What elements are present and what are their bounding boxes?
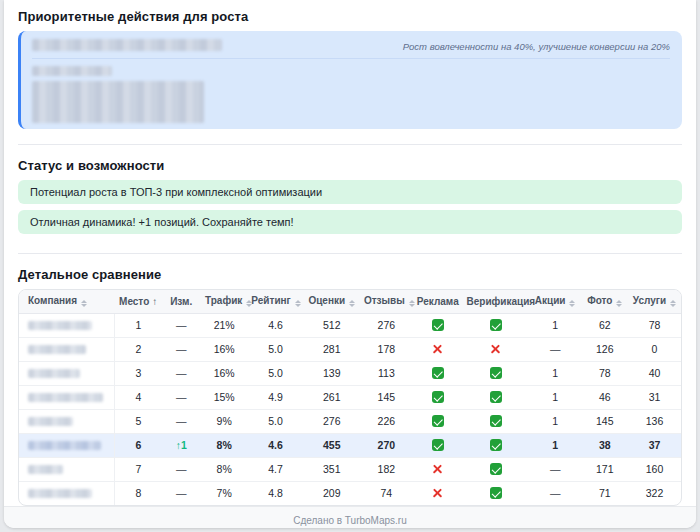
cell-place: 6 bbox=[115, 433, 161, 457]
cell-rating: 5.0 bbox=[247, 409, 303, 433]
cell-change: — bbox=[161, 457, 201, 481]
cell-ads bbox=[413, 409, 463, 433]
cell-reviews: 178 bbox=[360, 337, 413, 361]
cross-icon bbox=[432, 464, 443, 475]
redacted-company-name bbox=[28, 465, 63, 474]
cell-photos: 126 bbox=[582, 337, 628, 361]
redacted-company-name bbox=[28, 417, 73, 426]
report-content: Приоритетные действия для роста Рост вов… bbox=[4, 0, 696, 506]
column-header-ads: Реклама bbox=[413, 290, 463, 313]
cell-verification bbox=[462, 361, 528, 385]
column-header-promos[interactable]: Акции bbox=[529, 290, 582, 313]
cell-place: 2 bbox=[115, 337, 161, 361]
column-header-company[interactable]: Компания bbox=[19, 290, 115, 313]
table-row: 1—21%4.651227616278 bbox=[19, 313, 681, 337]
column-header-change: Изм. bbox=[161, 290, 201, 313]
cell-company bbox=[19, 337, 115, 361]
cell-change: — bbox=[161, 361, 201, 385]
comparison-table: КомпанияМесто↑Изм.ТрафикРейтингОценкиОтз… bbox=[19, 290, 681, 505]
cell-promos: 1 bbox=[529, 409, 582, 433]
sort-carets-icon bbox=[295, 300, 301, 307]
table-row: 6↑18%4.645527013837 bbox=[19, 433, 681, 457]
column-header-place[interactable]: Место↑ bbox=[115, 290, 161, 313]
column-header-traffic[interactable]: Трафик bbox=[201, 290, 247, 313]
check-icon bbox=[432, 439, 444, 451]
cell-photos: 78 bbox=[582, 361, 628, 385]
cell-reviews: 226 bbox=[360, 409, 413, 433]
cell-company bbox=[19, 457, 115, 481]
column-header-rating[interactable]: Рейтинг bbox=[247, 290, 303, 313]
sort-carets-icon bbox=[349, 300, 355, 307]
column-header-reviews[interactable]: Отзывы bbox=[360, 290, 413, 313]
check-icon bbox=[490, 367, 502, 379]
cell-photos: 171 bbox=[582, 457, 628, 481]
check-icon bbox=[432, 319, 444, 331]
check-icon bbox=[490, 463, 502, 475]
cell-marks: 455 bbox=[304, 433, 360, 457]
cell-services: 31 bbox=[628, 385, 681, 409]
cell-rating: 4.6 bbox=[247, 313, 303, 337]
column-header-services[interactable]: Услуги bbox=[628, 290, 681, 313]
cell-place: 1 bbox=[115, 313, 161, 337]
cell-promos: 1 bbox=[529, 313, 582, 337]
column-header-photos[interactable]: Фото bbox=[582, 290, 628, 313]
cell-ads bbox=[413, 337, 463, 361]
made-in-label: Сделано в TurboMaps.ru bbox=[293, 515, 407, 526]
cell-traffic: 16% bbox=[201, 361, 247, 385]
report-footer: Сделано в TurboMaps.ru bbox=[4, 506, 696, 528]
column-header-marks[interactable]: Оценки bbox=[304, 290, 360, 313]
redacted-company-name bbox=[28, 489, 92, 498]
cell-change: — bbox=[161, 481, 201, 505]
cell-photos: 46 bbox=[582, 385, 628, 409]
recommendation-effect-note: Рост вовлеченности на 40%, улучшение кон… bbox=[403, 39, 670, 52]
cell-ads bbox=[413, 385, 463, 409]
cell-change: — bbox=[161, 409, 201, 433]
cell-place: 5 bbox=[115, 409, 161, 433]
table-header-row: КомпанияМесто↑Изм.ТрафикРейтингОценкиОтз… bbox=[19, 290, 681, 313]
cell-company bbox=[19, 481, 115, 505]
cell-verification bbox=[462, 313, 528, 337]
redacted-recommendation-body bbox=[32, 81, 204, 123]
cell-reviews: 270 bbox=[360, 433, 413, 457]
cell-company bbox=[19, 385, 115, 409]
cell-marks: 351 bbox=[304, 457, 360, 481]
priority-section-title: Приоритетные действия для роста bbox=[18, 9, 682, 24]
cell-marks: 276 bbox=[304, 409, 360, 433]
cell-rating: 4.6 bbox=[247, 433, 303, 457]
cell-rating: 4.7 bbox=[247, 457, 303, 481]
cell-reviews: 145 bbox=[360, 385, 413, 409]
cell-reviews: 113 bbox=[360, 361, 413, 385]
cell-rating: 4.9 bbox=[247, 385, 303, 409]
cross-icon bbox=[432, 488, 443, 499]
cell-company bbox=[19, 409, 115, 433]
redacted-company-name bbox=[28, 345, 86, 354]
position-change-up: ↑1 bbox=[176, 439, 187, 451]
cell-promos: 1 bbox=[529, 361, 582, 385]
cell-ads bbox=[413, 361, 463, 385]
cell-marks: 209 bbox=[304, 481, 360, 505]
priority-recommendation-box: Рост вовлеченности на 40%, улучшение кон… bbox=[18, 31, 682, 129]
cell-change: — bbox=[161, 313, 201, 337]
check-icon bbox=[490, 439, 502, 451]
redacted-company-name bbox=[28, 393, 103, 402]
cell-promos: 1 bbox=[529, 385, 582, 409]
table-row: 5—9%5.02762261145136 bbox=[19, 409, 681, 433]
cell-photos: 145 bbox=[582, 409, 628, 433]
cell-photos: 38 bbox=[582, 433, 628, 457]
redacted-company-name bbox=[28, 369, 80, 378]
cell-photos: 62 bbox=[582, 313, 628, 337]
status-section-title: Статус и возможности bbox=[18, 158, 682, 173]
cell-traffic: 21% bbox=[201, 313, 247, 337]
cell-marks: 261 bbox=[304, 385, 360, 409]
cell-traffic: 8% bbox=[201, 457, 247, 481]
cell-company bbox=[19, 313, 115, 337]
cell-services: 78 bbox=[628, 313, 681, 337]
cell-rating: 5.0 bbox=[247, 361, 303, 385]
comparison-section-title: Детальное сравнение bbox=[18, 267, 682, 282]
cell-promos: — bbox=[529, 481, 582, 505]
sort-carets-icon bbox=[616, 300, 622, 307]
cell-reviews: 182 bbox=[360, 457, 413, 481]
sort-carets-icon bbox=[569, 300, 575, 307]
cell-company bbox=[19, 361, 115, 385]
redacted-company-name bbox=[28, 321, 92, 330]
